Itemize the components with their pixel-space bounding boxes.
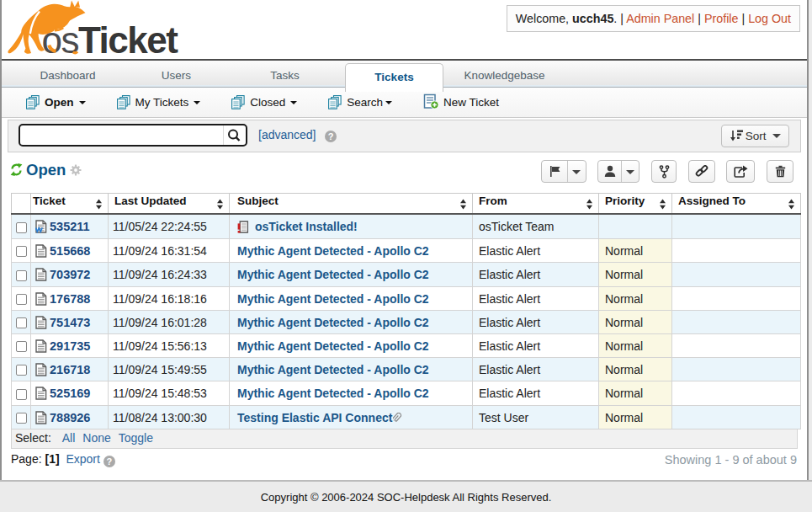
svg-text:osTicket: osTicket <box>42 19 179 57</box>
